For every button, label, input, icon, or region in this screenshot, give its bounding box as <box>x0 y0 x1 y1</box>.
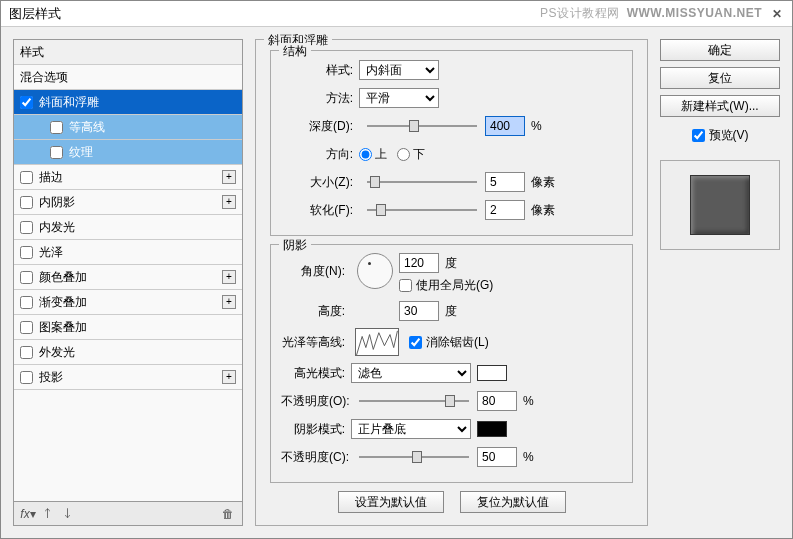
check-inner-glow[interactable] <box>20 221 33 234</box>
middle-panel: 斜面和浮雕 结构 样式: 内斜面 方法: 平滑 <box>255 39 648 526</box>
structure-group: 结构 样式: 内斜面 方法: 平滑 深度(D): <box>270 50 633 236</box>
check-contour[interactable] <box>50 121 63 134</box>
row-stroke[interactable]: 描边 + <box>14 165 242 190</box>
row-outer-glow[interactable]: 外发光 <box>14 340 242 365</box>
row-drop-shadow[interactable]: 投影 + <box>14 365 242 390</box>
gloss-contour-label: 光泽等高线: <box>281 334 351 351</box>
size-slider[interactable] <box>367 174 477 190</box>
trash-icon[interactable]: 🗑 <box>220 506 236 522</box>
shadow-color-swatch[interactable] <box>477 421 507 437</box>
check-satin[interactable] <box>20 246 33 259</box>
watermark: PS设计教程网 WWW.MISSYUAN.NET <box>540 5 762 22</box>
check-inner-shadow[interactable] <box>20 196 33 209</box>
blend-options-row[interactable]: 混合选项 <box>14 65 242 90</box>
highlight-mode-select[interactable]: 滤色 <box>351 363 471 383</box>
row-inner-glow[interactable]: 内发光 <box>14 215 242 240</box>
check-pattern-overlay[interactable] <box>20 321 33 334</box>
window-title: 图层样式 <box>9 5 61 23</box>
check-bevel[interactable] <box>20 96 33 109</box>
global-light-check[interactable]: 使用全局光(G) <box>399 277 493 294</box>
check-color-overlay[interactable] <box>20 271 33 284</box>
style-list-footer: fx▾ 🡑 🡓 🗑 <box>13 502 243 526</box>
set-default-button[interactable]: 设置为默认值 <box>338 491 444 513</box>
check-texture[interactable] <box>50 146 63 159</box>
shadow-opacity-label: 不透明度(C): <box>281 449 351 466</box>
gloss-contour-picker[interactable] <box>355 328 399 356</box>
titlebar: 图层样式 PS设计教程网 WWW.MISSYUAN.NET ✕ <box>1 1 792 27</box>
row-gradient-overlay[interactable]: 渐变叠加 + <box>14 290 242 315</box>
row-texture[interactable]: 纹理 <box>14 140 242 165</box>
check-outer-glow[interactable] <box>20 346 33 359</box>
move-up-icon[interactable]: 🡑 <box>40 506 56 522</box>
direction-label: 方向: <box>281 146 359 163</box>
size-input[interactable] <box>485 172 525 192</box>
ok-button[interactable]: 确定 <box>660 39 780 61</box>
styles-header[interactable]: 样式 <box>14 40 242 65</box>
style-select[interactable]: 内斜面 <box>359 60 439 80</box>
shading-legend: 阴影 <box>279 237 311 254</box>
dir-down-radio[interactable]: 下 <box>397 146 425 163</box>
add-stroke-icon[interactable]: + <box>222 170 236 184</box>
shadow-opacity-input[interactable] <box>477 447 517 467</box>
add-color-overlay-icon[interactable]: + <box>222 270 236 284</box>
highlight-color-swatch[interactable] <box>477 365 507 381</box>
preview-checkbox[interactable]: 预览(V) <box>660 127 780 144</box>
right-panel: 确定 复位 新建样式(W)... 预览(V) <box>660 39 780 526</box>
row-contour[interactable]: 等高线 <box>14 115 242 140</box>
cancel-button[interactable]: 复位 <box>660 67 780 89</box>
depth-slider[interactable] <box>367 118 477 134</box>
style-label: 样式: <box>281 62 359 79</box>
depth-input[interactable] <box>485 116 525 136</box>
row-bevel[interactable]: 斜面和浮雕 <box>14 90 242 115</box>
row-inner-shadow[interactable]: 内阴影 + <box>14 190 242 215</box>
close-icon[interactable]: ✕ <box>770 7 784 21</box>
soften-input[interactable] <box>485 200 525 220</box>
preview-box <box>660 160 780 250</box>
shadow-mode-label: 阴影模式: <box>281 421 351 438</box>
size-label: 大小(Z): <box>281 174 359 191</box>
preview-swatch <box>690 175 750 235</box>
add-gradient-overlay-icon[interactable]: + <box>222 295 236 309</box>
reset-default-button[interactable]: 复位为默认值 <box>460 491 566 513</box>
technique-label: 方法: <box>281 90 359 107</box>
style-list: 样式 混合选项 斜面和浮雕 等高线 纹理 <box>13 39 243 502</box>
row-color-overlay[interactable]: 颜色叠加 + <box>14 265 242 290</box>
highlight-opacity-input[interactable] <box>477 391 517 411</box>
fx-menu-icon[interactable]: fx▾ <box>20 506 36 522</box>
add-inner-shadow-icon[interactable]: + <box>222 195 236 209</box>
structure-legend: 结构 <box>279 43 311 60</box>
left-panel: 样式 混合选项 斜面和浮雕 等高线 纹理 <box>13 39 243 526</box>
antialias-check[interactable]: 消除锯齿(L) <box>409 334 489 351</box>
altitude-input[interactable] <box>399 301 439 321</box>
shadow-opacity-slider[interactable] <box>359 449 469 465</box>
highlight-opacity-label: 不透明度(O): <box>281 393 351 410</box>
angle-label: 角度(N): <box>281 253 351 280</box>
check-stroke[interactable] <box>20 171 33 184</box>
altitude-label: 高度: <box>281 303 351 320</box>
add-drop-shadow-icon[interactable]: + <box>222 370 236 384</box>
dir-up-radio[interactable]: 上 <box>359 146 387 163</box>
soften-label: 软化(F): <box>281 202 359 219</box>
angle-input[interactable] <box>399 253 439 273</box>
new-style-button[interactable]: 新建样式(W)... <box>660 95 780 117</box>
bevel-fieldset: 斜面和浮雕 结构 样式: 内斜面 方法: 平滑 <box>255 39 648 526</box>
shading-group: 阴影 角度(N): 度 使用全局光(G) <box>270 244 633 483</box>
check-drop-shadow[interactable] <box>20 371 33 384</box>
highlight-opacity-slider[interactable] <box>359 393 469 409</box>
defaults-row: 设置为默认值 复位为默认值 <box>270 491 633 513</box>
angle-dial[interactable] <box>357 253 393 289</box>
content: 样式 混合选项 斜面和浮雕 等高线 纹理 <box>1 27 792 538</box>
move-down-icon[interactable]: 🡓 <box>60 506 76 522</box>
highlight-mode-label: 高光模式: <box>281 365 351 382</box>
check-gradient-overlay[interactable] <box>20 296 33 309</box>
row-pattern-overlay[interactable]: 图案叠加 <box>14 315 242 340</box>
soften-slider[interactable] <box>367 202 477 218</box>
shadow-mode-select[interactable]: 正片叠底 <box>351 419 471 439</box>
row-satin[interactable]: 光泽 <box>14 240 242 265</box>
layer-style-dialog: 图层样式 PS设计教程网 WWW.MISSYUAN.NET ✕ 样式 混合选项 … <box>0 0 793 539</box>
depth-label: 深度(D): <box>281 118 359 135</box>
technique-select[interactable]: 平滑 <box>359 88 439 108</box>
